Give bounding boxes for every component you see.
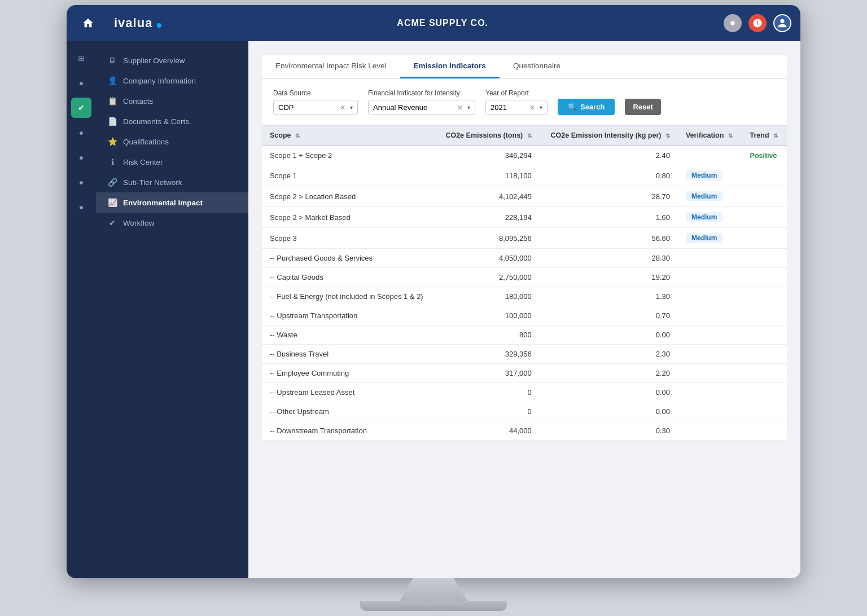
rail-icon-6[interactable]: ●: [71, 197, 91, 217]
cell-scope: Scope 2 > Location Based: [262, 186, 435, 207]
sidebar-item-sub-tier[interactable]: 🔗 Sub-Tier Network: [96, 172, 248, 192]
search-button[interactable]: 🔍 Search: [558, 99, 615, 115]
col-intensity: CO2e Emission Intensity (kg per) ⇅: [540, 126, 678, 146]
cell-trend: [742, 287, 787, 306]
cell-intensity: 2.40: [540, 146, 678, 165]
cell-verification: Medium: [678, 228, 742, 249]
sidebar-item-documents[interactable]: 📄 Documents & Certs.: [96, 111, 248, 131]
cell-intensity: 0.80: [540, 165, 678, 186]
cell-emissions: 180,000: [435, 287, 540, 306]
cell-trend: [742, 345, 787, 364]
tab-questionnaire[interactable]: Questionnaire: [500, 55, 574, 78]
col-verification: Verification ⇅: [678, 126, 742, 146]
sidebar-item-workflow[interactable]: ✔ Workflow: [96, 213, 248, 233]
cell-emissions: 800: [435, 325, 540, 345]
cell-scope: -- Downstream Transportation: [262, 421, 435, 441]
tab-emission-indicators[interactable]: Emission Indicators: [400, 55, 500, 78]
emissions-table: Scope ⇅ CO2e Emissions (tons) ⇅ CO2e Emi…: [262, 126, 787, 441]
cell-trend: [742, 306, 787, 325]
year-arrow-icon: ▾: [540, 104, 542, 111]
cell-trend: [742, 325, 787, 345]
data-source-label: Data Source: [273, 89, 358, 97]
scope-sort-icon[interactable]: ⇅: [295, 133, 300, 139]
stand-base: [360, 601, 507, 611]
table-row: -- Upstream Leased Asset00.00: [262, 383, 787, 402]
user-profile-icon[interactable]: [773, 14, 791, 32]
notification-icon[interactable]: [724, 14, 742, 32]
cell-intensity: 1.30: [540, 287, 678, 306]
sub-tier-icon: 🔗: [107, 178, 117, 187]
cell-intensity: 56.60: [540, 228, 678, 249]
cell-scope: Scope 1 + Scope 2: [262, 146, 435, 165]
monitor-stand: [67, 578, 800, 611]
cell-intensity: 0.00: [540, 402, 678, 421]
emissions-sort-icon[interactable]: ⇅: [527, 133, 532, 139]
cell-trend: [742, 207, 787, 228]
rail-icon-3[interactable]: ●: [71, 122, 91, 143]
table-row: Scope 2 > Market Based228,1941.60Medium: [262, 207, 787, 228]
cell-intensity: 28.30: [540, 249, 678, 268]
financial-indicator-select[interactable]: Annual Revenue ✕ ▾: [368, 100, 475, 115]
sidebar: 🖥 Supplier Overview 👤 Company Informatio…: [96, 41, 248, 578]
cell-intensity: 0.00: [540, 325, 678, 345]
rail-icon-active[interactable]: ✔: [71, 98, 91, 118]
cell-intensity: 0.30: [540, 421, 678, 441]
sidebar-item-supplier-overview[interactable]: 🖥 Supplier Overview: [96, 50, 248, 71]
sidebar-item-label: Environmental Impact: [123, 199, 203, 207]
sidebar-item-label: Risk Center: [123, 158, 163, 166]
sidebar-item-environmental-impact[interactable]: 📈 Environmental Impact: [96, 192, 248, 213]
rail-icon-2[interactable]: ●: [71, 73, 91, 93]
tab-environmental-risk[interactable]: Environmental Impact Risk Level: [262, 55, 400, 78]
search-button-label: Search: [580, 103, 605, 111]
verification-badge: Medium: [686, 191, 722, 201]
contacts-icon: 📋: [107, 96, 117, 105]
rail-icon-1[interactable]: ⊞: [71, 48, 91, 68]
filter-panel: Data Source CDP ✕ ▾ Financial Indicator …: [262, 79, 787, 126]
sidebar-item-company-information[interactable]: 👤 Company Information: [96, 71, 248, 91]
trend-sort-icon[interactable]: ⇅: [773, 133, 778, 139]
cell-emissions: 0: [435, 383, 540, 402]
logo-dot: [157, 23, 161, 28]
workflow-icon: ✔: [107, 218, 117, 227]
cell-emissions: 329,356: [435, 345, 540, 364]
svg-point-0: [730, 21, 735, 25]
reset-button[interactable]: Reset: [625, 99, 660, 115]
cell-verification: [678, 249, 742, 268]
intensity-sort-icon[interactable]: ⇅: [665, 133, 670, 139]
financial-indicator-arrow-icon: ▾: [467, 104, 470, 111]
main-content: Environmental Impact Risk Level Emission…: [248, 41, 800, 578]
year-filter-group: Year of Report 2021 ✕ ▾: [485, 89, 548, 115]
table-row: Scope 2 > Location Based4,102,44528.70Me…: [262, 186, 787, 207]
cell-trend: Positive: [742, 146, 787, 165]
sidebar-item-qualifications[interactable]: ⭐ Qualifications: [96, 131, 248, 152]
cell-verification: Medium: [678, 207, 742, 228]
year-select[interactable]: 2021 ✕ ▾: [485, 100, 548, 115]
supplier-overview-icon: 🖥: [107, 56, 117, 65]
cell-scope: -- Purchased Goods & Services: [262, 249, 435, 268]
app-title: ACME SUPPLY CO.: [170, 18, 715, 28]
year-clear-icon[interactable]: ✕: [529, 104, 535, 112]
data-source-clear-icon[interactable]: ✕: [340, 104, 345, 112]
table-row: -- Waste8000.00: [262, 325, 787, 345]
sidebar-item-label: Contacts: [123, 97, 153, 105]
sidebar-item-risk-center[interactable]: ℹ Risk Center: [96, 152, 248, 172]
financial-indicator-clear-icon[interactable]: ✕: [457, 104, 463, 112]
table-row: -- Other Upstream00.00: [262, 402, 787, 421]
sidebar-item-contacts[interactable]: 📋 Contacts: [96, 91, 248, 111]
rail-icon-4[interactable]: ●: [71, 147, 91, 168]
home-button[interactable]: [76, 11, 100, 36]
cell-intensity: 2.20: [540, 364, 678, 383]
rail-icon-5[interactable]: ●: [71, 172, 91, 192]
cell-intensity: 2.30: [540, 345, 678, 364]
cell-scope: -- Waste: [262, 325, 435, 345]
cell-emissions: 317,000: [435, 364, 540, 383]
company-information-icon: 👤: [107, 76, 117, 85]
cell-scope: Scope 1: [262, 165, 435, 186]
data-source-select[interactable]: CDP ✕ ▾: [273, 100, 358, 115]
table-row: -- Purchased Goods & Services4,050,00028…: [262, 249, 787, 268]
verification-sort-icon[interactable]: ⇅: [728, 133, 733, 139]
verification-badge: Medium: [686, 170, 722, 181]
alert-icon[interactable]: [748, 14, 767, 32]
logo: ivalua: [110, 16, 161, 30]
cell-verification: Medium: [678, 165, 742, 186]
